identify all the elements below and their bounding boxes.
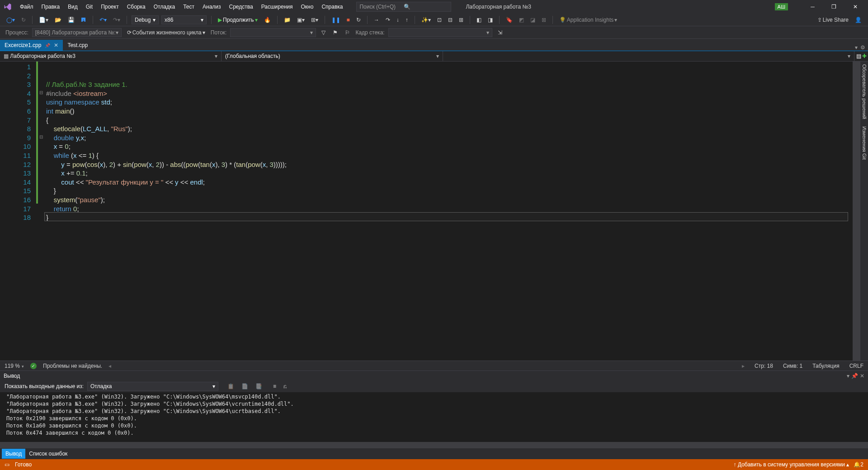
split-icon[interactable]: ▤ bbox=[856, 53, 861, 59]
menu-edit[interactable]: Правка bbox=[38, 2, 64, 12]
code-editor[interactable]: 123456789101112131415161718 ⊟⊟ // Лаб.ра… bbox=[0, 62, 860, 361]
menu-tools[interactable]: Средства bbox=[226, 2, 257, 12]
tabs-dropdown-icon[interactable]: ▾ bbox=[855, 44, 858, 51]
menu-bar: Файл Правка Вид Git Проект Сборка Отладк… bbox=[0, 0, 868, 14]
menu-test[interactable]: Тест bbox=[179, 2, 198, 12]
code-content[interactable]: // Лаб.раб.№ 3 задание 1. #include <iost… bbox=[44, 62, 853, 361]
menu-analyze[interactable]: Анализ bbox=[199, 2, 225, 12]
status-col: Симв: 1 bbox=[783, 363, 802, 369]
maximize-button[interactable]: ❐ bbox=[824, 0, 844, 13]
tb-icon-6[interactable]: ⊟ bbox=[446, 16, 454, 24]
step-out-button[interactable]: ↑ bbox=[404, 16, 410, 24]
nav-member-combo[interactable]: ▾ bbox=[443, 51, 854, 61]
add-icon[interactable]: ✚ bbox=[862, 53, 867, 59]
tb-icon-8[interactable]: ◧ bbox=[475, 16, 483, 24]
menu-extensions[interactable]: Расширения bbox=[258, 2, 297, 12]
live-share-button[interactable]: ⇪ Live Share bbox=[816, 16, 850, 24]
out-icon-1[interactable]: 📋 bbox=[226, 382, 236, 390]
out-icon-2[interactable]: 📄 bbox=[240, 382, 250, 390]
platform-combo[interactable]: x86▾ bbox=[161, 15, 207, 24]
pause-button[interactable]: ❚❚ bbox=[330, 16, 342, 24]
tb-icon-12[interactable]: ⊠ bbox=[540, 16, 548, 24]
nav-scope-combo[interactable]: ▦ Лабораторная работа №3▾ bbox=[0, 51, 222, 61]
git-changes-tab[interactable]: Изменения Git bbox=[861, 126, 867, 160]
output-toolbar: Показать выходные данные из: Отладка▾ 📋 … bbox=[0, 380, 868, 392]
output-close-icon[interactable]: ✕ bbox=[860, 373, 864, 379]
menu-help[interactable]: Справка bbox=[318, 2, 346, 12]
editor-scrollbar[interactable] bbox=[853, 62, 860, 361]
menu-window[interactable]: Окно bbox=[297, 2, 317, 12]
restart-button[interactable]: ↻ bbox=[354, 16, 363, 24]
menu-file[interactable]: Файл bbox=[16, 2, 37, 12]
tb2-icon-3[interactable]: ⚐ bbox=[343, 28, 352, 37]
continue-button[interactable]: ▶ Продолжить ▾ bbox=[216, 16, 259, 24]
tb-icon-11[interactable]: ◪ bbox=[528, 16, 537, 24]
search-input[interactable]: Поиск (Ctrl+Q) 🔍 bbox=[356, 2, 451, 12]
tab-excercize1[interactable]: Excercize1.cpp 📌 ✕ bbox=[0, 40, 63, 51]
process-label: Процесс: bbox=[5, 29, 28, 36]
nav-back-button[interactable]: ◯▾ bbox=[5, 16, 17, 24]
stop-button[interactable]: ■ bbox=[345, 16, 352, 24]
output-dd-icon[interactable]: ▾ bbox=[847, 373, 849, 379]
tb-icon-10[interactable]: ◩ bbox=[517, 16, 526, 24]
tb-icon-2[interactable]: ▣▾ bbox=[295, 16, 307, 24]
output-pin-icon[interactable]: 📌 bbox=[851, 373, 858, 379]
step-into-arrow[interactable]: → bbox=[372, 16, 381, 24]
search-icon: 🔍 bbox=[404, 4, 448, 10]
save-button[interactable]: 💾 bbox=[66, 16, 76, 24]
lifecycle-button[interactable]: ⟳ События жизненного цикла ▾ bbox=[125, 28, 207, 37]
status-indent[interactable]: Табуляция bbox=[812, 363, 839, 369]
out-icon-5[interactable]: ⎌ bbox=[282, 382, 288, 390]
tb-icon-9[interactable]: ◨ bbox=[486, 16, 495, 24]
tb2-icon-1[interactable]: ▽ bbox=[320, 28, 327, 37]
output-scrollbar[interactable] bbox=[0, 442, 868, 448]
menu-build[interactable]: Сборка bbox=[123, 2, 149, 12]
process-combo[interactable]: [8480] Лабораторная работа №:▾ bbox=[32, 28, 122, 37]
tb-icon-3[interactable]: ⊞▾ bbox=[309, 16, 320, 24]
tb-icon-5[interactable]: ⊡ bbox=[435, 16, 443, 24]
nav-fwd-button[interactable]: ↻ bbox=[19, 16, 28, 24]
minimize-button[interactable]: ─ bbox=[802, 0, 823, 13]
menu-view[interactable]: Вид bbox=[64, 2, 81, 12]
undo-button[interactable]: ↶▾ bbox=[98, 16, 108, 24]
solution-explorer-tab[interactable]: Обозреватель решений bbox=[861, 64, 867, 119]
config-combo[interactable]: Debug▾ bbox=[132, 15, 159, 24]
notifications-button[interactable]: 🔔2 bbox=[854, 461, 863, 468]
step-over-button[interactable]: ↷ bbox=[384, 16, 392, 24]
bottom-tab-errors[interactable]: Список ошибок bbox=[25, 449, 71, 459]
add-vcs-button[interactable]: ↑ Добавить в систему управления версиями… bbox=[734, 461, 849, 468]
thread-combo[interactable]: ▾ bbox=[230, 28, 316, 37]
tb2-icon-2[interactable]: ⚑ bbox=[331, 28, 340, 37]
out-icon-3[interactable]: 📑 bbox=[254, 382, 264, 390]
feedback-button[interactable]: 👤 bbox=[853, 16, 863, 24]
stack-combo[interactable]: ▾ bbox=[388, 28, 492, 37]
step-into-button[interactable]: ↓ bbox=[395, 16, 401, 24]
close-button[interactable]: ✕ bbox=[845, 0, 865, 13]
out-icon-4[interactable]: ≡ bbox=[271, 382, 278, 390]
new-item-button[interactable]: 📄▾ bbox=[37, 16, 50, 24]
output-body[interactable]: "Лабораторная работа №3.exe" (Win32). За… bbox=[0, 392, 868, 442]
menu-debug[interactable]: Отладка bbox=[150, 2, 179, 12]
bottom-tab-output[interactable]: Вывод bbox=[2, 449, 25, 459]
tb-icon-1[interactable]: 📁 bbox=[282, 16, 292, 24]
tb-icon-4[interactable]: ✨▾ bbox=[420, 16, 433, 24]
tb2-expand[interactable]: ⇲ bbox=[496, 28, 504, 37]
tb-icon-7[interactable]: ⊞ bbox=[457, 16, 465, 24]
menu-git[interactable]: Git bbox=[82, 2, 96, 12]
user-badge[interactable]: АШ bbox=[775, 3, 788, 10]
pin-icon[interactable]: 📌 bbox=[45, 43, 50, 48]
hot-reload-button[interactable]: 🔥 bbox=[262, 16, 273, 24]
save-all-button[interactable]: 🖪 bbox=[79, 16, 88, 24]
status-eol[interactable]: CRLF bbox=[849, 363, 863, 369]
redo-button[interactable]: ↷▾ bbox=[111, 16, 122, 24]
tab-test[interactable]: Test.cpp bbox=[63, 40, 92, 51]
show-from-combo[interactable]: Отладка▾ bbox=[87, 382, 218, 391]
zoom-level[interactable]: 119 % bbox=[5, 363, 24, 369]
menu-project[interactable]: Проект bbox=[97, 2, 123, 12]
tb-bookmark[interactable]: 🔖 bbox=[504, 16, 514, 24]
tabs-gear-icon[interactable]: ⚙ bbox=[860, 44, 865, 51]
app-insights-button[interactable]: 💡 Application Insights ▾ bbox=[557, 16, 619, 24]
nav-context-combo[interactable]: (Глобальная область)▾ bbox=[222, 51, 443, 61]
open-button[interactable]: 📂 bbox=[53, 16, 63, 24]
close-icon[interactable]: ✕ bbox=[54, 42, 58, 48]
